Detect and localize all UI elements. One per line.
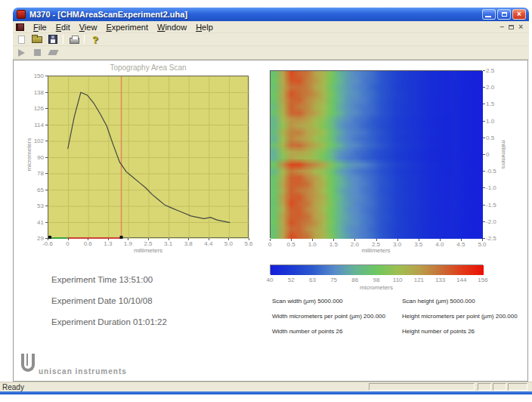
- colorbar-tick-label: 156: [474, 277, 492, 283]
- main-toolbar: ?: [13, 33, 529, 46]
- heatmap-y-tick-label: 1.5: [486, 100, 504, 107]
- colorbar-tick-label: 121: [410, 277, 428, 283]
- restore-button[interactable]: [497, 9, 511, 20]
- save-button[interactable]: [45, 34, 60, 45]
- x-tick-mark: [209, 238, 209, 240]
- x-tick-mark: [68, 238, 69, 240]
- mdi-window-controls: – ×: [500, 23, 523, 31]
- status-panel: [478, 383, 491, 391]
- colorbar-label: micrometers: [270, 284, 483, 291]
- y-tick-label: 90: [23, 154, 44, 161]
- stop-experiment-button[interactable]: [29, 47, 45, 58]
- y-tick-label: 150: [23, 73, 44, 79]
- close-button[interactable]: ×: [512, 9, 526, 20]
- x-tick-mark: [169, 238, 169, 240]
- heatmap-y-tick-mark: [483, 121, 485, 122]
- y-tick-label: 138: [23, 89, 44, 96]
- x-tick-mark: [48, 238, 48, 240]
- topography-line-chart[interactable]: [48, 76, 249, 238]
- colorbar-tick-label: 40: [261, 277, 279, 283]
- heatmap-x-tick-mark: [419, 239, 419, 241]
- heatmap-y-tick-label: -1.0: [486, 184, 504, 191]
- toolbar-separator: [63, 35, 63, 44]
- heatmap-y-tick-mark: [483, 171, 485, 172]
- menu-items: FileEditViewExperimentWindowHelp: [29, 23, 218, 32]
- window-controls: ×: [482, 9, 526, 20]
- stop-icon: [34, 49, 41, 56]
- x-tick-label: 3.8: [179, 240, 197, 247]
- menu-window[interactable]: Window: [153, 22, 191, 32]
- heatmap-y-tick-mark: [483, 70, 485, 71]
- y-tick-mark: [45, 190, 48, 190]
- heatmap-canvas: [271, 71, 483, 239]
- x-tick-label: 2.5: [139, 240, 157, 247]
- heatmap-x-tick-mark: [482, 239, 483, 241]
- experiment-duration: Experiment Duration 01:01:22: [51, 317, 167, 326]
- colorbar-tick-label: 144: [453, 277, 471, 283]
- colorbar-tick-label: 63: [303, 277, 321, 283]
- scan-parameter: Width micrometers per point (µm) 200.000: [272, 313, 401, 320]
- logo-text: uniscan instruments: [39, 367, 127, 376]
- help-button[interactable]: ?: [88, 34, 103, 45]
- y-tick-mark: [45, 238, 48, 239]
- run-experiment-button[interactable]: [14, 47, 29, 58]
- colorbar: [270, 264, 483, 274]
- x-tick-label: 5.0: [219, 240, 237, 247]
- status-text: Ready: [2, 383, 24, 391]
- heatmap-x-tick-mark: [397, 239, 398, 241]
- heatmap-ylabel: millimeters: [500, 132, 507, 178]
- colorbar-tick-label: 86: [346, 277, 364, 283]
- mdi-minimize-button[interactable]: –: [500, 23, 505, 31]
- heatmap-x-tick-mark: [312, 239, 313, 241]
- y-tick-label: 41: [23, 219, 44, 226]
- open-folder-icon: [32, 36, 42, 43]
- y-tick-mark: [45, 157, 48, 158]
- menu-edit[interactable]: Edit: [51, 22, 75, 32]
- x-tick-mark: [148, 238, 149, 240]
- x-tick-label: 0.6: [79, 240, 97, 247]
- restore-icon: [502, 12, 507, 17]
- y-tick-label: 65: [23, 187, 44, 193]
- heatmap-y-tick-mark: [483, 104, 485, 104]
- area-scan-heatmap[interactable]: [270, 70, 482, 238]
- status-panel: [508, 383, 527, 391]
- heatmap-xlabel: millimeters: [270, 247, 482, 254]
- y-tick-mark: [45, 173, 48, 174]
- uniscan-logo-inner: [25, 354, 28, 366]
- clear-button[interactable]: [45, 47, 60, 58]
- heatmap-y-tick-mark: [483, 187, 485, 188]
- menu-view[interactable]: View: [75, 22, 102, 32]
- application-window: M370 - [CHMAreaScanExperiment2.uha] × Fi…: [0, 0, 532, 402]
- scan-parameter: Width number of points 26: [272, 328, 401, 335]
- colorbar-canvas: [271, 265, 484, 275]
- open-button[interactable]: [29, 34, 45, 45]
- x-tick-label: 4.4: [200, 240, 218, 247]
- status-panel: [493, 383, 506, 391]
- x-tick-mark: [188, 238, 189, 240]
- y-tick-label: 53: [23, 203, 44, 209]
- colorbar-tick-label: 98: [367, 277, 385, 283]
- menu-experiment[interactable]: Experiment: [101, 22, 153, 32]
- print-button[interactable]: [66, 34, 82, 45]
- experiment-date: Experiment Date 10/10/08: [51, 296, 153, 305]
- y-tick-label: 102: [23, 138, 44, 144]
- heatmap-y-tick-mark: [483, 238, 485, 239]
- heatmap-y-tick-mark: [483, 87, 485, 88]
- minimize-button[interactable]: [482, 9, 496, 20]
- taskbar-edge: [0, 391, 532, 394]
- help-icon: ?: [92, 34, 98, 45]
- new-button[interactable]: [14, 34, 29, 45]
- line-chart-xlabel: millimeters: [48, 247, 249, 254]
- scan-parameters-right: Scan height (µm) 5000.000Height micromet…: [402, 298, 530, 343]
- y-tick-label: 114: [23, 122, 44, 128]
- y-tick-mark: [45, 141, 48, 141]
- y-tick-label: 29: [23, 235, 44, 242]
- menu-file[interactable]: File: [29, 22, 51, 32]
- print-icon: [70, 38, 79, 44]
- heatmap-y-tick-mark: [483, 221, 485, 222]
- y-tick-mark: [45, 108, 48, 109]
- book-icon: [16, 23, 24, 31]
- mdi-close-button[interactable]: ×: [518, 23, 523, 31]
- menu-help[interactable]: Help: [191, 22, 218, 32]
- mdi-restore-button[interactable]: [509, 25, 514, 29]
